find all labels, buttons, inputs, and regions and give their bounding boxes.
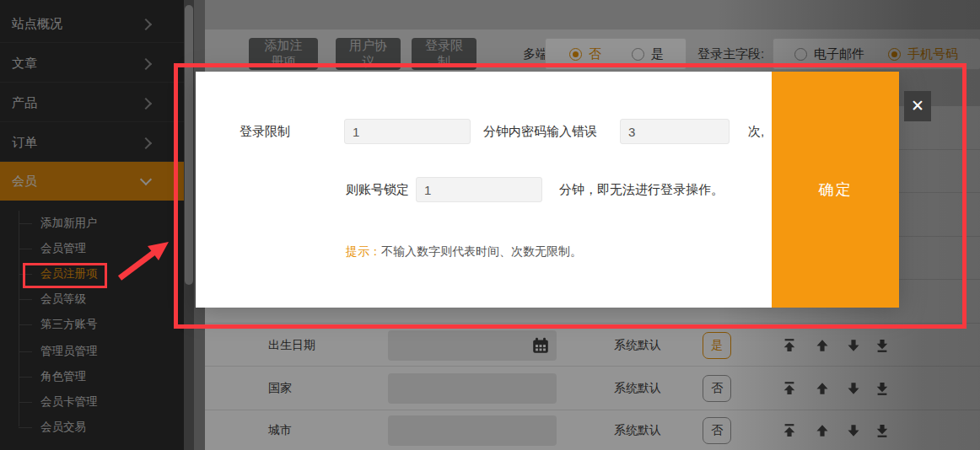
hint-body: 不输入数字则代表时间、次数无限制。 xyxy=(381,244,582,258)
error-times-input[interactable] xyxy=(620,119,730,144)
minutes-window-input[interactable] xyxy=(344,119,471,144)
times-suffix-text: 次, xyxy=(748,119,764,144)
password-error-text: 分钟内密码输入错误 xyxy=(483,119,597,144)
admin-page: 站点概况 文章 产品 订单 会员 添加新用户 会员管理 会员注册项 会员等级 第… xyxy=(0,0,980,450)
login-limit-label: 登录限制 xyxy=(240,119,290,144)
lock-minutes-input[interactable] xyxy=(416,177,542,202)
hint-prefix: 提示： xyxy=(346,244,381,258)
confirm-button[interactable]: 确定 xyxy=(772,72,899,308)
lock-suffix-text: 分钟，即无法进行登录操作。 xyxy=(559,177,724,202)
account-lock-label: 则账号锁定 xyxy=(346,177,409,202)
hint-text: 提示：不输入数字则代表时间、次数无限制。 xyxy=(346,243,582,260)
login-limit-modal: 登录限制 分钟内密码输入错误 次, 则账号锁定 分钟，即无法进行登录操作。 提示… xyxy=(196,72,899,308)
close-icon[interactable]: ✕ xyxy=(904,91,931,121)
modal-body: 登录限制 分钟内密码输入错误 次, 则账号锁定 分钟，即无法进行登录操作。 提示… xyxy=(196,72,772,308)
